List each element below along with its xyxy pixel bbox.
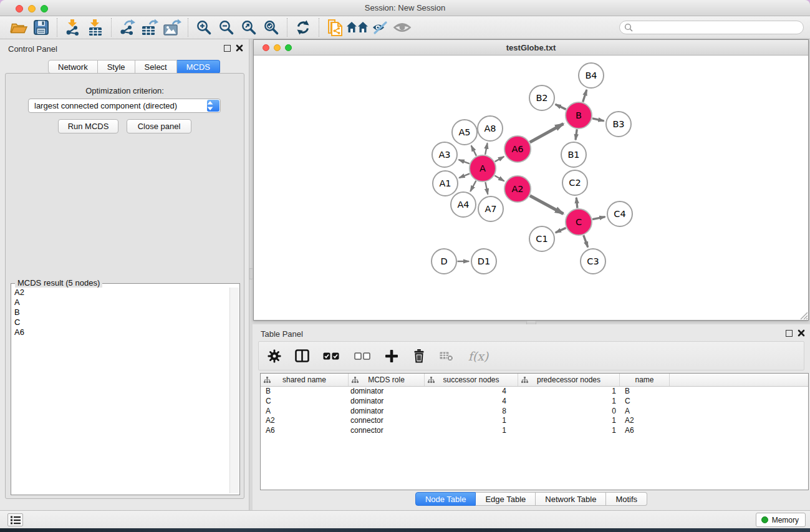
share-network-document-button[interactable] xyxy=(324,17,346,38)
tab-node-table[interactable]: Node Table xyxy=(415,492,476,506)
result-item[interactable]: A2 xyxy=(12,288,229,297)
select-all-columns-button[interactable] xyxy=(320,347,342,365)
export-network-button[interactable] xyxy=(116,17,138,38)
close-panel-icon[interactable] xyxy=(235,44,244,52)
result-list-scrollbar[interactable] xyxy=(229,288,239,493)
column-header-predecessor-nodes[interactable]: predecessor nodes xyxy=(518,374,620,386)
zoom-fit-button[interactable] xyxy=(238,17,260,38)
delete-table-button[interactable] xyxy=(437,347,456,365)
close-panel-button[interactable]: Close panel xyxy=(127,119,191,133)
column-header-shared-name[interactable]: shared name xyxy=(261,374,349,386)
horizontal-splitter-handle[interactable] xyxy=(249,268,253,279)
result-item[interactable]: A xyxy=(12,297,229,307)
table-row[interactable]: Bdominator41B xyxy=(261,387,808,397)
open-file-button[interactable] xyxy=(7,17,30,38)
edge-B-B1[interactable] xyxy=(576,129,577,140)
show-graphics-details-button[interactable] xyxy=(391,17,413,38)
hide-graphics-details-button[interactable] xyxy=(369,17,391,38)
float-panel-icon[interactable] xyxy=(224,45,231,52)
table-options-button[interactable] xyxy=(265,347,284,365)
open-ndex-button[interactable] xyxy=(346,17,369,38)
memory-button[interactable]: Memory xyxy=(756,513,806,527)
refresh-button[interactable] xyxy=(292,17,314,38)
column-header-MCDS-role[interactable]: MCDS role xyxy=(349,374,425,386)
function-builder-button[interactable]: f(x) xyxy=(465,347,492,365)
edge-A-A6[interactable] xyxy=(495,157,504,162)
tab-motifs[interactable]: Motifs xyxy=(606,492,647,506)
edge-A6-B[interactable] xyxy=(530,124,564,143)
table-cell: 0 xyxy=(518,407,620,417)
save-session-button[interactable] xyxy=(30,17,52,38)
edge-B-B2[interactable] xyxy=(556,104,566,109)
table-row[interactable]: Adominator80A xyxy=(261,407,808,417)
tab-network-table[interactable]: Network Table xyxy=(536,492,606,506)
node-label-C2: C2 xyxy=(569,178,581,188)
mcds-result-list[interactable]: A2ABCA6 xyxy=(12,288,229,493)
tab-network[interactable]: Network xyxy=(48,60,98,74)
table-row[interactable]: A6connector11A6 xyxy=(261,426,808,436)
zoom-selected-icon xyxy=(263,19,279,36)
result-item[interactable]: A6 xyxy=(12,327,229,337)
delete-columns-button[interactable] xyxy=(410,347,428,365)
export-table-button[interactable] xyxy=(138,17,161,38)
edge-A-A2[interactable] xyxy=(494,175,504,181)
edge-A-A5[interactable] xyxy=(471,145,476,155)
zoom-in-button[interactable] xyxy=(193,17,215,38)
table-cell: B xyxy=(620,387,670,397)
table-cell: B xyxy=(261,387,349,397)
edge-B-B3[interactable] xyxy=(592,118,604,121)
edge-A-A7[interactable] xyxy=(485,182,488,194)
float-table-panel-icon[interactable] xyxy=(786,330,793,337)
run-mcds-button[interactable]: Run MCDS xyxy=(58,119,118,133)
tab-style[interactable]: Style xyxy=(98,60,135,74)
node-label-B2: B2 xyxy=(536,93,547,103)
node-label-B3: B3 xyxy=(612,119,624,129)
column-header-successor-nodes[interactable]: successor nodes xyxy=(425,374,518,386)
tab-edge-table[interactable]: Edge Table xyxy=(476,492,536,506)
optimization-criterion-dropdown[interactable]: largest connected component (directed) xyxy=(28,99,221,113)
close-table-panel-icon[interactable] xyxy=(797,329,806,337)
import-network-button[interactable] xyxy=(62,17,84,38)
result-item[interactable]: B xyxy=(12,307,229,317)
edge-A2-C[interactable] xyxy=(530,196,564,214)
import-table-button[interactable] xyxy=(84,17,107,38)
network-canvas[interactable]: B4B2BB3A5A8A6B1A3AA1C2A2A4A7C4CC1C3DD1 xyxy=(254,56,808,320)
task-history-button[interactable] xyxy=(7,513,23,526)
window-resize-grip[interactable] xyxy=(799,311,808,319)
show-columns-button[interactable] xyxy=(292,347,311,365)
node-label-D1: D1 xyxy=(478,256,490,266)
main-toolbar xyxy=(0,16,810,39)
table-header-row: shared nameMCDS rolesuccessor nodesprede… xyxy=(261,374,808,387)
table-row[interactable]: Cdominator41C xyxy=(261,397,808,407)
tab-select[interactable]: Select xyxy=(135,60,177,74)
search-input[interactable] xyxy=(635,23,791,32)
edge-B-B4[interactable] xyxy=(583,90,587,102)
edge-C-C1[interactable] xyxy=(556,228,566,233)
node-label-C4: C4 xyxy=(614,209,625,219)
network-graph[interactable]: B4B2BB3A5A8A6B1A3AA1C2A2A4A7C4CC1C3DD1 xyxy=(254,56,808,320)
zoom-selected-button[interactable] xyxy=(260,17,282,38)
edge-A-A1[interactable] xyxy=(459,173,470,178)
edge-A-A3[interactable] xyxy=(459,160,470,163)
zoom-fit-icon xyxy=(241,19,257,36)
edge-A-A8[interactable] xyxy=(485,143,487,155)
node-label-A6: A6 xyxy=(511,144,523,154)
table-tabs: Node TableEdge TableNetwork TableMotifs xyxy=(253,492,810,506)
plus-icon xyxy=(385,349,398,363)
export-image-button[interactable] xyxy=(161,17,183,38)
toolbar-separator xyxy=(287,18,287,37)
table-panel: Table Panel xyxy=(253,324,810,510)
edge-C-C2[interactable] xyxy=(576,198,577,208)
edge-C-C3[interactable] xyxy=(584,235,588,247)
edge-C-C4[interactable] xyxy=(592,217,605,220)
zoom-out-button[interactable] xyxy=(215,17,238,38)
search-box[interactable] xyxy=(619,21,804,34)
edge-A-A4[interactable] xyxy=(470,181,476,191)
add-column-button[interactable] xyxy=(382,347,401,365)
unselect-all-columns-button[interactable] xyxy=(351,347,374,365)
tab-mcds[interactable]: MCDS xyxy=(177,60,220,74)
list-icon xyxy=(11,516,21,525)
table-row[interactable]: A2connector11A2 xyxy=(261,416,808,426)
column-header-name[interactable]: name xyxy=(620,374,670,386)
result-item[interactable]: C xyxy=(12,317,229,327)
